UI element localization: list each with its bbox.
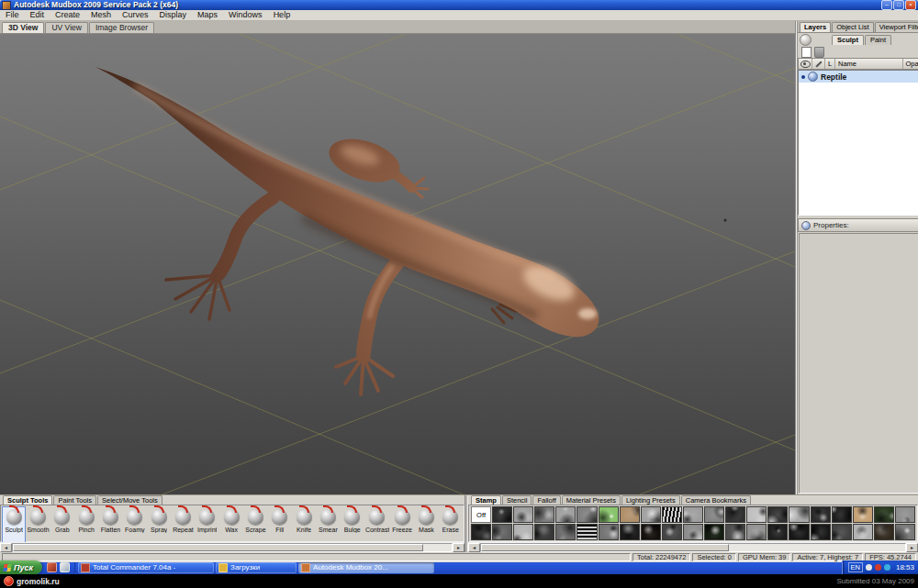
stamp-thumbnail[interactable] [620,506,640,523]
name-column-header[interactable]: Name [835,59,903,69]
view-tab-UV View[interactable]: UV View [45,22,87,33]
stamp-thumbnail[interactable] [471,524,491,540]
stamp-thumbnail[interactable] [811,524,831,540]
panel-tab-Layers[interactable]: Layers [800,22,831,32]
tool-Spray[interactable]: Spray [147,506,171,543]
stamp-thumbnail[interactable] [853,506,873,523]
stamp-thumbnail[interactable] [767,524,788,540]
tray-tab-Falloff[interactable]: Falloff [532,495,560,505]
taskbar-button[interactable]: Autodesk Mudbox 20... [298,562,434,573]
tray-tab-Camera Bookmarks[interactable]: Camera Bookmarks [681,495,751,505]
minimize-button[interactable]: ─ [881,0,892,10]
menu-Mesh[interactable]: Mesh [85,10,117,20]
tray-tab-Stamp[interactable]: Stamp [471,495,501,505]
stamp-thumbnail[interactable] [832,506,852,523]
tray-icon[interactable] [875,564,881,571]
tool-Bulge[interactable]: Bulge [341,506,364,543]
menu-Edit[interactable]: Edit [25,10,50,20]
scrollbar-track[interactable] [480,543,906,552]
tray-tab-Select/Move Tools[interactable]: Select/Move Tools [97,495,162,505]
mode-tab-Paint[interactable]: Paint [865,35,891,45]
lock-column-header[interactable]: L [825,59,835,69]
tray-tab-Lighting Presets[interactable]: Lighting Presets [621,495,680,505]
panel-roll-button[interactable] [800,34,812,46]
tool-Mask[interactable]: Mask [414,506,438,543]
scroll-right-button[interactable]: ▸ [906,543,918,552]
tray-tab-Paint Tools[interactable]: Paint Tools [53,495,96,505]
tray-icon[interactable] [884,564,890,571]
menu-Maps[interactable]: Maps [192,10,223,20]
stamp-thumbnail[interactable] [577,506,597,523]
mode-tab-Sculpt[interactable]: Sculpt [832,35,864,45]
quick-launch-icon[interactable] [60,562,70,572]
taskbar-button[interactable]: Total Commander 7.04a - [78,562,214,573]
stamp-off-button[interactable]: Off [471,506,491,523]
stamp-thumbnail[interactable] [874,524,894,540]
stamp-thumbnail[interactable] [599,506,619,523]
tool-Foamy[interactable]: Foamy [123,506,147,543]
stamp-thumbnail[interactable] [683,524,703,540]
stamp-thumbnail[interactable] [555,506,576,523]
tool-Erase[interactable]: Erase [439,506,463,543]
scroll-left-button[interactable]: ◂ [468,543,480,552]
stamp-thumbnail[interactable] [725,506,745,523]
stamp-thumbnail[interactable] [513,524,533,540]
properties-header[interactable]: Properties: [798,218,918,232]
maximize-button[interactable]: □ [893,0,904,10]
stamp-thumbnail[interactable] [641,524,661,540]
stamp-thumbnail[interactable] [577,524,597,540]
new-layer-icon[interactable] [801,47,812,58]
stamp-thumbnail[interactable] [704,524,724,540]
stamp-thumbnail[interactable] [725,524,745,540]
panel-tab-Viewport Filters[interactable]: Viewport Filters [875,22,918,32]
stamp-thumbnail[interactable] [746,506,767,523]
stamp-thumbnail[interactable] [895,524,915,540]
scrollbar-track[interactable] [12,543,453,552]
tool-Sculpt[interactable]: Sculpt [2,506,26,543]
tool-Smear[interactable]: Smear [316,506,340,543]
tool-Scrape[interactable]: Scrape [243,506,267,543]
menu-Display[interactable]: Display [154,10,193,20]
stamp-thumbnail[interactable] [662,506,682,523]
tool-Wax[interactable]: Wax [219,506,243,543]
stamp-thumbnail[interactable] [789,524,809,540]
tool-Flatten[interactable]: Flatten [98,506,122,543]
menu-Help[interactable]: Help [268,10,297,20]
scrollbar-thumb[interactable] [13,544,423,551]
reptile-model[interactable] [95,67,599,394]
tool-Smooth[interactable]: Smooth [26,506,50,543]
tool-Contrast[interactable]: Contrast [364,506,390,543]
stamp-thumbnail[interactable] [492,506,512,523]
stamp-thumbnail[interactable] [492,524,512,540]
viewport-3d[interactable] [0,34,795,494]
view-tab-Image Browser[interactable]: Image Browser [89,22,154,33]
opacity-column-header[interactable]: Opacity [903,59,918,69]
stamp-thumbnail[interactable] [534,506,554,523]
tool-Imprint[interactable]: Imprint [196,506,219,543]
stamp-thumbnail[interactable] [874,506,894,523]
stamp-thumbnail[interactable] [641,506,661,523]
layer-row[interactable]: Reptile [799,71,918,83]
stamp-thumbnail[interactable] [895,506,915,523]
menu-Windows[interactable]: Windows [223,10,268,20]
tray-tab-Material Presets[interactable]: Material Presets [562,495,621,505]
stamp-thumbnail[interactable] [811,506,831,523]
quick-launch-icon[interactable] [47,562,57,572]
tray-tab-Stencil[interactable]: Stencil [502,495,532,505]
stamp-thumbnail[interactable] [620,524,640,540]
stamp-thumbnail[interactable] [599,524,619,540]
tool-tray-scrollbar[interactable]: ◂ ▸ [0,542,465,552]
menu-Create[interactable]: Create [50,10,85,20]
stamp-thumbnail[interactable] [534,524,554,540]
delete-layer-icon[interactable] [814,47,824,58]
tool-Pinch[interactable]: Pinch [74,506,98,543]
stamp-thumbnail[interactable] [704,506,724,523]
tray-tab-Sculpt Tools[interactable]: Sculpt Tools [3,495,52,505]
tool-Freeze[interactable]: Freeze [390,506,414,543]
language-indicator[interactable]: EN [848,562,863,572]
tool-Repeat[interactable]: Repeat [171,506,195,543]
scroll-right-button[interactable]: ▸ [453,543,465,552]
tray-icon[interactable] [866,564,872,571]
stamp-thumbnail[interactable] [555,524,576,540]
close-button[interactable]: × [905,0,916,10]
